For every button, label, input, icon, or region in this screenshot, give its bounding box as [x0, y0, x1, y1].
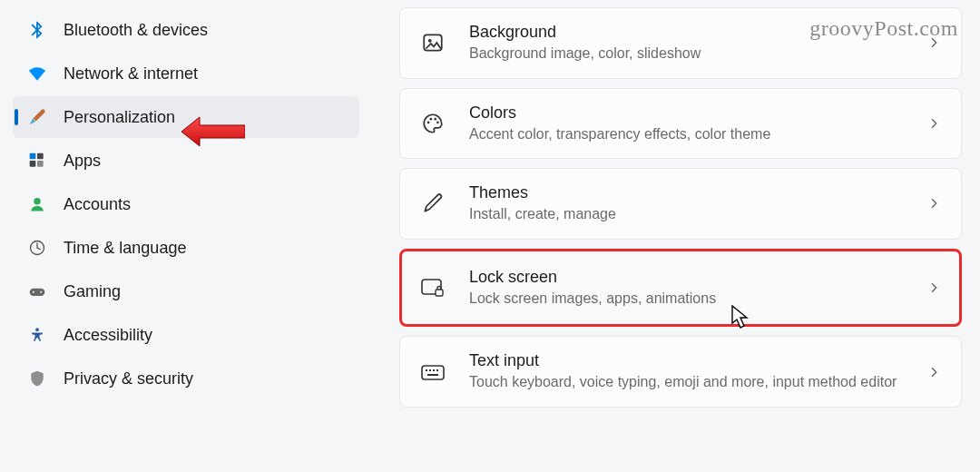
svg-rect-20: [429, 369, 431, 371]
card-text-input[interactable]: Text input Touch keyboard, voice typing,…: [399, 336, 962, 408]
gamepad-icon: [27, 281, 47, 301]
paintbrush-icon: [27, 107, 47, 127]
pen-icon: [420, 191, 446, 216]
card-text: Themes Install, create, manage: [469, 183, 903, 224]
svg-rect-1: [37, 153, 44, 160]
sidebar-item-personalization[interactable]: Personalization: [13, 96, 359, 138]
svg-point-15: [436, 122, 439, 124]
svg-rect-21: [433, 369, 435, 371]
wifi-icon: [27, 64, 47, 84]
accessibility-icon: [27, 325, 47, 345]
card-description: Accent color, transparency effects, colo…: [469, 124, 903, 144]
card-description: Touch keyboard, voice typing, emoji and …: [469, 372, 903, 392]
card-title: Text input: [469, 351, 903, 370]
lock-screen-icon: [420, 275, 446, 300]
card-colors[interactable]: Colors Accent color, transparency effect…: [399, 88, 962, 160]
card-text: Colors Accent color, transparency effect…: [469, 103, 903, 144]
card-text: Text input Touch keyboard, voice typing,…: [469, 351, 903, 392]
settings-sidebar: Bluetooth & devices Network & internet P…: [0, 0, 372, 472]
svg-rect-19: [426, 369, 427, 371]
card-description: Lock screen images, apps, animations: [469, 289, 903, 309]
sidebar-item-label: Accessibility: [64, 326, 152, 345]
sidebar-item-network[interactable]: Network & internet: [13, 53, 359, 94]
sidebar-item-label: Apps: [64, 152, 101, 171]
card-description: Background image, color, slideshow: [469, 44, 903, 64]
svg-point-9: [35, 328, 39, 331]
chevron-right-icon: [926, 196, 941, 211]
card-title: Colors: [469, 103, 903, 123]
card-title: Lock screen: [469, 268, 903, 287]
sidebar-item-accessibility[interactable]: Accessibility: [13, 314, 359, 356]
sidebar-item-label: Personalization: [64, 108, 175, 127]
card-lock-screen[interactable]: Lock screen Lock screen images, apps, an…: [399, 249, 962, 328]
sidebar-item-apps[interactable]: Apps: [13, 140, 359, 182]
card-description: Install, create, manage: [469, 204, 903, 224]
bluetooth-icon: [27, 20, 47, 40]
chevron-right-icon: [926, 280, 941, 295]
chevron-right-icon: [926, 116, 941, 131]
sidebar-item-accounts[interactable]: Accounts: [13, 183, 359, 225]
sidebar-item-gaming[interactable]: Gaming: [13, 270, 359, 312]
svg-rect-23: [427, 374, 438, 376]
svg-rect-6: [30, 289, 45, 296]
card-themes[interactable]: Themes Install, create, manage: [399, 168, 962, 240]
person-icon: [27, 194, 47, 214]
personalization-panel: Background Background image, color, slid…: [372, 0, 980, 472]
svg-point-12: [427, 122, 430, 124]
svg-rect-22: [436, 369, 438, 371]
picture-icon: [420, 30, 446, 55]
svg-rect-17: [436, 290, 443, 296]
svg-point-14: [434, 118, 436, 121]
svg-rect-0: [30, 153, 36, 160]
keyboard-icon: [420, 359, 446, 385]
svg-rect-18: [422, 366, 444, 379]
palette-icon: [420, 111, 446, 136]
sidebar-item-label: Network & internet: [64, 64, 198, 84]
svg-rect-2: [30, 161, 36, 167]
shield-icon: [27, 369, 47, 388]
svg-point-4: [34, 198, 41, 205]
chevron-right-icon: [926, 365, 941, 379]
sidebar-item-label: Privacy & security: [64, 369, 193, 388]
card-text: Lock screen Lock screen images, apps, an…: [469, 268, 903, 309]
sidebar-item-label: Bluetooth & devices: [64, 21, 208, 40]
svg-point-8: [40, 291, 42, 293]
svg-point-11: [428, 39, 432, 43]
svg-point-13: [430, 118, 433, 121]
sidebar-item-time-language[interactable]: Time & language: [13, 227, 359, 269]
sidebar-item-privacy[interactable]: Privacy & security: [13, 358, 359, 399]
sidebar-item-label: Gaming: [64, 282, 121, 301]
svg-rect-3: [37, 161, 44, 167]
watermark: groovyPost.com: [809, 16, 958, 41]
clock-globe-icon: [27, 238, 47, 258]
svg-point-7: [33, 291, 34, 293]
card-title: Themes: [469, 183, 903, 202]
sidebar-item-label: Accounts: [64, 195, 131, 214]
apps-icon: [27, 151, 47, 171]
sidebar-item-bluetooth[interactable]: Bluetooth & devices: [13, 9, 359, 51]
sidebar-item-label: Time & language: [64, 239, 186, 258]
